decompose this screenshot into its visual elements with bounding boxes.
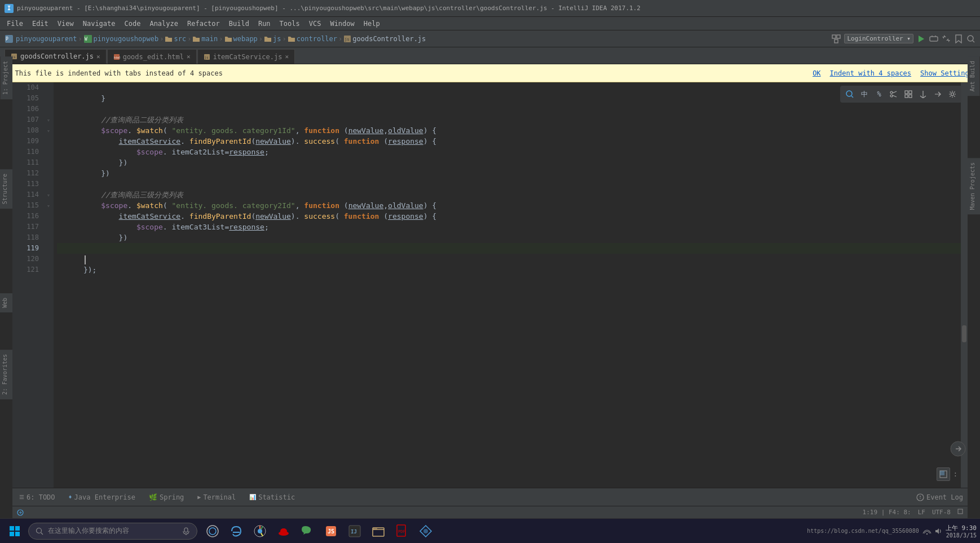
- ft-chinese-btn[interactable]: 中: [858, 88, 871, 100]
- event-log-label[interactable]: Event Log: [926, 493, 963, 501]
- menu-analyze[interactable]: Analyze: [145, 19, 183, 29]
- sidebar-item-project[interactable]: 1: Project: [0, 56, 12, 99]
- menu-vcs[interactable]: VCS: [304, 19, 326, 29]
- ft-cut-btn[interactable]: [888, 88, 900, 100]
- taskbar-wechat[interactable]: [297, 520, 318, 542]
- sidebar-item-web[interactable]: Web: [0, 293, 12, 312]
- taskbar-pdf[interactable]: PDF: [391, 520, 413, 542]
- structure-icon[interactable]: [832, 34, 841, 43]
- navigate-btn[interactable]: [950, 441, 966, 458]
- java-enterprise-label: Java Enterprise: [74, 493, 135, 501]
- close-tab-goods-controller[interactable]: ✕: [96, 53, 100, 60]
- breadcrumb-webapp[interactable]: webapp: [233, 35, 258, 43]
- action-indent[interactable]: Indent with 4 spaces: [830, 69, 912, 77]
- bottom-tab-spring[interactable]: 🌿 Spring: [147, 492, 186, 502]
- taskbar-app10[interactable]: [415, 520, 436, 542]
- ft-grid-btn[interactable]: [902, 88, 915, 100]
- sidebar-item-ant-build[interactable]: Ant Build: [968, 56, 980, 96]
- code-line-119[interactable]: [57, 243, 961, 254]
- code-line-114: $scope. $watch( "entity. goods. category…: [57, 189, 961, 200]
- ft-arrow-btn[interactable]: [932, 88, 944, 100]
- tab-goods-controller[interactable]: js goodsController.js ✕: [5, 49, 107, 64]
- vcs-icon: [17, 509, 24, 516]
- taskbar-search[interactable]: 在这里输入你要搜索的内容: [28, 523, 197, 540]
- folder-icon: [165, 35, 173, 43]
- breadcrumb-main[interactable]: main: [201, 35, 218, 43]
- debug-icon[interactable]: [929, 34, 938, 43]
- action-settings[interactable]: Show Settings: [920, 69, 973, 77]
- close-tab-goods-edit[interactable]: ✕: [187, 53, 191, 60]
- bookmarks-icon[interactable]: [954, 34, 963, 43]
- menu-refactor[interactable]: Refactor: [183, 19, 224, 29]
- tab-goods-edit[interactable]: html goods_edit.html ✕: [107, 49, 197, 64]
- close-tab-itemcat-service[interactable]: ✕: [285, 53, 289, 60]
- run-icon[interactable]: [917, 34, 926, 43]
- insert-mode-btn[interactable]: [937, 467, 950, 481]
- bottom-tab-todo[interactable]: ☰ 6: TODO: [17, 492, 58, 502]
- menu-build[interactable]: Build: [224, 19, 254, 29]
- action-ok[interactable]: OK: [813, 69, 820, 77]
- code-editor[interactable]: } //查询商品二级分类列表 $scope. $watch( "entity. …: [54, 82, 961, 488]
- scrollbar-thumb[interactable]: [962, 325, 966, 342]
- fold-108[interactable]: ▿: [43, 125, 54, 136]
- taskbar-intellij[interactable]: IJ: [344, 520, 365, 542]
- login-controller-dropdown[interactable]: LoginController ▾: [844, 34, 913, 43]
- code-line-105: [57, 93, 961, 104]
- bottom-tab-terminal[interactable]: ▶ Terminal: [195, 492, 238, 502]
- menu-edit[interactable]: Edit: [28, 19, 53, 29]
- line-num-119: 119: [15, 243, 43, 254]
- taskbar-chrome[interactable]: [249, 520, 271, 542]
- app7-icon: JS: [324, 524, 338, 538]
- line-num-118: 118: [15, 232, 43, 243]
- breadcrumb-controller[interactable]: controller: [297, 35, 337, 43]
- warning-text: This file is indented with tabs instead …: [15, 69, 222, 77]
- grid-icon: [904, 90, 912, 98]
- menu-window[interactable]: Window: [325, 19, 359, 29]
- scroll-indicator[interactable]: [961, 82, 968, 488]
- tab-label-goods-controller: goodsController.js: [20, 52, 94, 60]
- menu-navigate[interactable]: Navigate: [78, 19, 120, 29]
- sidebar-item-favorites[interactable]: 2: Favorites: [0, 350, 12, 399]
- microphone-icon[interactable]: [182, 527, 190, 535]
- navigate-arrow-icon: [950, 441, 966, 457]
- start-button[interactable]: [3, 520, 26, 542]
- ft-settings-btn[interactable]: [946, 88, 959, 100]
- ft-search-btn[interactable]: [844, 88, 856, 100]
- bottom-tab-statistic[interactable]: 📊 Statistic: [247, 492, 297, 502]
- sidebar-item-structure[interactable]: Structure: [0, 169, 12, 209]
- fold-114[interactable]: ▿: [43, 189, 54, 200]
- taskbar-redhat[interactable]: [273, 520, 294, 542]
- fold-115[interactable]: ▿: [43, 200, 54, 211]
- menu-file[interactable]: File: [2, 19, 28, 29]
- svg-point-13: [968, 36, 973, 41]
- menu-help[interactable]: Help: [359, 19, 385, 29]
- menu-code[interactable]: Code: [120, 19, 145, 29]
- ft-download-btn[interactable]: [917, 88, 929, 100]
- taskbar-explorer[interactable]: [368, 520, 389, 542]
- fold-107[interactable]: ▿: [43, 114, 54, 125]
- breadcrumb-module[interactable]: pinyougoushopweb: [94, 35, 159, 43]
- sidebar-item-maven-projects[interactable]: Maven Projects: [968, 158, 980, 214]
- taskbar-app7[interactable]: JS: [320, 520, 342, 542]
- svg-line-54: [261, 526, 263, 529]
- breadcrumb-root[interactable]: pinyougouparent: [16, 35, 77, 43]
- menubar: File Edit View Navigate Code Analyze Ref…: [0, 17, 980, 30]
- ft-percent-btn[interactable]: %: [873, 88, 885, 100]
- svg-text:PDF: PDF: [398, 529, 405, 534]
- svg-rect-6: [832, 35, 836, 38]
- navigate-arrows-icon[interactable]: [942, 34, 951, 43]
- search-everywhere-icon[interactable]: [966, 34, 975, 43]
- bottom-tab-java-enterprise[interactable]: ♦ Java Enterprise: [67, 492, 138, 502]
- taskbar-edge[interactable]: [226, 520, 247, 542]
- menu-tools[interactable]: Tools: [275, 19, 304, 29]
- svg-point-23: [890, 91, 893, 94]
- menu-view[interactable]: View: [53, 19, 78, 29]
- fold-109: [43, 136, 54, 147]
- menu-run[interactable]: Run: [254, 19, 275, 29]
- taskbar-cortana[interactable]: [202, 520, 223, 542]
- status-indent-size: [957, 509, 963, 516]
- tab-itemcat-service[interactable]: js itemCatService.js ✕: [197, 49, 295, 64]
- terminal-label: Terminal: [203, 493, 236, 501]
- breadcrumb-src[interactable]: src: [174, 35, 186, 43]
- breadcrumb-js[interactable]: js: [273, 35, 281, 43]
